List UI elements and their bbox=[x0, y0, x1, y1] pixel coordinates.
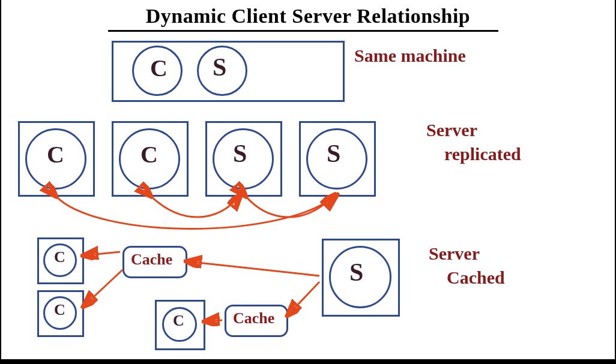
title-underline bbox=[108, 30, 498, 32]
row1-server-glyph: S bbox=[213, 53, 226, 82]
row1-client-glyph: C bbox=[150, 54, 168, 82]
note-replicated-l2: replicated bbox=[444, 144, 521, 164]
cache1-label: Cache bbox=[131, 251, 172, 269]
note-same-machine: Same machine bbox=[354, 46, 466, 66]
diagram-title: Dynamic Client Server Relationship bbox=[0, 5, 616, 28]
row2-client1-glyph: C bbox=[47, 140, 64, 169]
row2-server1-glyph: S bbox=[233, 139, 247, 168]
row3-client1-glyph: C bbox=[54, 248, 65, 266]
row3-client2-glyph: C bbox=[54, 301, 65, 319]
row3-server-glyph: S bbox=[349, 258, 363, 287]
row3-client3-glyph: C bbox=[173, 312, 184, 330]
row2-client2-glyph: C bbox=[140, 140, 158, 169]
note-cached-l1: Server bbox=[429, 243, 480, 264]
cache2-label: Cache bbox=[233, 309, 274, 327]
row2-server2-glyph: S bbox=[327, 139, 340, 168]
note-replicated-l1: Server bbox=[426, 120, 477, 140]
diagram-stage: Dynamic Client Server Relationship C S S… bbox=[0, 0, 616, 364]
note-cached-l2: Cached bbox=[447, 267, 505, 288]
